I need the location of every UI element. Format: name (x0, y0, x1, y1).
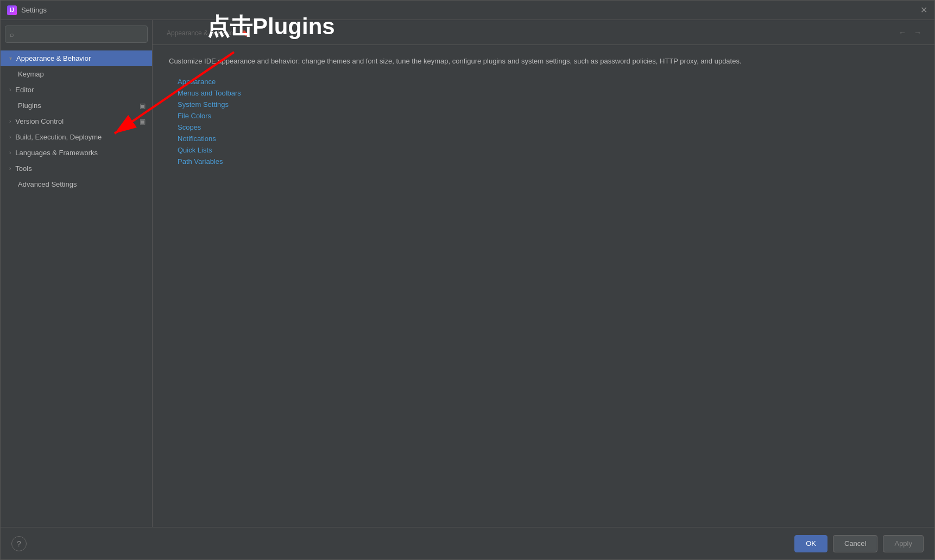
sidebar-item-version-control[interactable]: › Version Control ▣ (1, 113, 152, 129)
search-input[interactable] (17, 30, 143, 39)
chevron-right-icon: › (9, 150, 11, 156)
pin-icon: ▣ (140, 102, 146, 110)
window-title: Settings (21, 6, 919, 14)
sidebar-item-label: Advanced Settings (18, 180, 77, 188)
link-appearance[interactable]: Appearance (178, 78, 918, 86)
panel-description: Customize IDE appearance and behavior: c… (169, 56, 766, 67)
titlebar: IJ Settings ✕ (1, 1, 934, 20)
sidebar-item-languages-frameworks[interactable]: › Languages & Frameworks (1, 145, 152, 161)
settings-links-list: Appearance Menus and Toolbars System Set… (169, 78, 918, 166)
sidebar-item-plugins[interactable]: Plugins ▣ (1, 98, 152, 113)
link-menus-toolbars[interactable]: Menus and Toolbars (178, 89, 918, 97)
sidebar-item-appearance-behavior[interactable]: ▾ Appearance & Behavior (1, 50, 152, 66)
sidebar-item-keymap[interactable]: Keymap (1, 66, 152, 82)
sidebar-item-tools[interactable]: › Tools (1, 161, 152, 176)
apply-button[interactable]: Apply (883, 535, 924, 552)
back-button[interactable]: ← (896, 27, 908, 39)
sidebar-item-label: Tools (15, 164, 31, 173)
chevron-right-icon: › (9, 166, 11, 171)
sidebar-item-label: Editor (15, 86, 34, 94)
sidebar-item-build-execution[interactable]: › Build, Execution, Deployme (1, 129, 152, 145)
sidebar-item-label: Languages & Frameworks (15, 149, 98, 157)
sidebar-item-label: Build, Execution, Deployme (15, 133, 102, 141)
search-box[interactable]: ⌕ (5, 26, 148, 43)
cancel-button[interactable]: Cancel (833, 535, 877, 552)
nav-arrows: ← → (896, 27, 924, 39)
panel-title-icon: 🔖 (241, 29, 249, 37)
forward-button[interactable]: → (912, 27, 924, 39)
chevron-right-icon: › (9, 118, 11, 124)
sidebar-item-editor[interactable]: › Editor (1, 82, 152, 98)
app-icon: IJ (7, 5, 17, 15)
link-path-variables[interactable]: Path Variables (178, 157, 918, 166)
settings-window: IJ Settings ✕ ⌕ ▾ Appearance & Behavior … (0, 0, 935, 560)
main-panel: Appearance & Behavior 🔖 ← → Customize ID… (153, 20, 934, 527)
link-file-colors[interactable]: File Colors (178, 112, 918, 120)
chevron-right-icon: › (9, 134, 11, 140)
pin-icon: ▣ (140, 118, 146, 125)
sidebar-item-advanced-settings[interactable]: Advanced Settings (1, 176, 152, 192)
nav-list: ▾ Appearance & Behavior Keymap › Editor … (1, 48, 152, 527)
sidebar-item-label: Version Control (15, 117, 64, 125)
search-icon: ⌕ (10, 30, 14, 39)
close-button[interactable]: ✕ (919, 6, 928, 15)
panel-header: Appearance & Behavior 🔖 ← → (153, 20, 934, 45)
footer-actions: OK Cancel Apply (794, 535, 924, 552)
footer: ? OK Cancel Apply (1, 527, 934, 559)
link-quick-lists[interactable]: Quick Lists (178, 146, 918, 154)
link-notifications[interactable]: Notifications (178, 135, 918, 143)
chevron-down-icon: ▾ (9, 55, 12, 61)
link-scopes[interactable]: Scopes (178, 123, 918, 131)
content-area: ⌕ ▾ Appearance & Behavior Keymap › Edito… (1, 20, 934, 527)
panel-title: Appearance & Behavior 🔖 (163, 28, 896, 37)
sidebar-item-label: Keymap (18, 70, 44, 78)
help-button[interactable]: ? (11, 536, 27, 551)
sidebar-item-label: Plugins (18, 101, 41, 110)
chevron-right-icon: › (9, 87, 11, 93)
sidebar-item-label: Appearance & Behavior (16, 54, 91, 62)
panel-body: Customize IDE appearance and behavior: c… (153, 45, 934, 527)
ok-button[interactable]: OK (794, 535, 827, 552)
sidebar: ⌕ ▾ Appearance & Behavior Keymap › Edito… (1, 20, 153, 527)
link-system-settings[interactable]: System Settings (178, 100, 918, 109)
